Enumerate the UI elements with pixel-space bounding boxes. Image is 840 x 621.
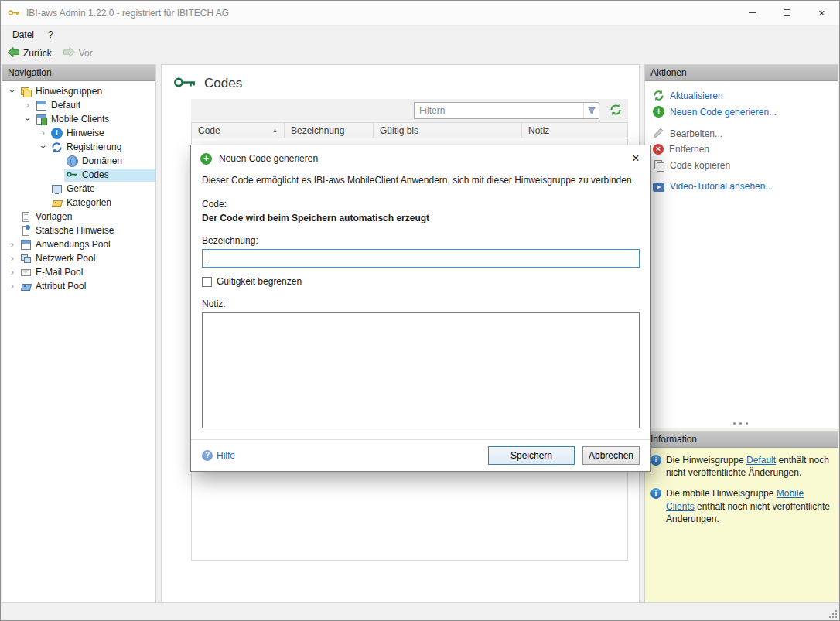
tree-item-codes[interactable]: Codes — [2, 168, 155, 182]
group-icon — [20, 86, 32, 97]
tree-item-label: Registrierung — [67, 142, 121, 152]
chevron-collapsed-icon[interactable] — [38, 128, 49, 138]
tree-item-hinweisgruppen[interactable]: Hinweisgruppen — [2, 84, 155, 98]
sort-ascending-icon: ▲ — [272, 128, 278, 133]
minimize-button[interactable] — [735, 1, 770, 25]
action-label: Code kopieren — [670, 160, 730, 171]
tree-item-label: Attribut Pool — [36, 281, 86, 292]
remove-icon — [653, 144, 664, 155]
tree-item-label: E-Mail Pool — [36, 267, 83, 278]
dialog-description: Dieser Code ermöglicht es IBI-aws Mobile… — [202, 175, 640, 186]
action-neuen-code-generieren[interactable]: Neuen Code generieren... — [653, 104, 838, 120]
tree-item-attribut-pool[interactable]: Attribut Pool — [2, 279, 155, 293]
chevron-expanded-icon[interactable] — [7, 86, 18, 97]
column-header-bezeichnung[interactable]: Bezeichnung — [285, 123, 374, 138]
tree-item-netzwerk-pool[interactable]: Netzwerk Pool — [2, 251, 155, 265]
info-item: Die mobile Hinweisgruppe Mobile Clients … — [650, 487, 832, 525]
key-icon — [173, 76, 196, 91]
tree-item-kategorien[interactable]: Kategorien — [2, 196, 155, 210]
tree-item-default[interactable]: Default — [2, 98, 155, 112]
attribute-pool-icon — [20, 281, 32, 292]
help-link[interactable]: Hilfe — [202, 450, 235, 461]
tree-item-label: Mobile Clients — [51, 114, 109, 125]
info-text: Die mobile Hinweisgruppe Mobile Clients … — [666, 487, 832, 525]
action-aktualisieren[interactable]: Aktualisieren — [653, 87, 838, 104]
action-label: Neuen Code generieren... — [670, 107, 777, 118]
tree-item-label: Statische Hinweise — [36, 225, 114, 236]
column-header-label: Bezeichnung — [291, 125, 344, 136]
back-button[interactable]: Zurück — [7, 46, 52, 60]
maximize-button[interactable] — [770, 1, 804, 25]
statusbar — [1, 602, 839, 620]
copy-icon — [653, 159, 664, 171]
dialog-close-button[interactable]: × — [624, 148, 647, 169]
bezeichnung-label: Bezeichnung: — [202, 235, 640, 247]
action-entfernen[interactable]: Entfernen — [653, 142, 838, 157]
action-video-tutorial[interactable]: Video-Tutorial ansehen... — [653, 179, 838, 194]
tree-item-vorlagen[interactable]: Vorlagen — [2, 210, 155, 223]
back-arrow-icon — [7, 46, 20, 60]
tree-item-mobile-clients[interactable]: Mobile Clients — [2, 112, 155, 126]
new-code-dialog: Neuen Code generieren × Dieser Code ermö… — [190, 145, 651, 472]
edit-icon — [653, 128, 664, 139]
save-button[interactable]: Speichern — [488, 446, 575, 465]
dialog-footer: Hilfe Speichern Abbrechen — [191, 439, 650, 471]
chevron-collapsed-icon[interactable] — [7, 253, 18, 264]
column-header-notiz[interactable]: Notiz — [522, 123, 627, 138]
action-code-kopieren[interactable]: Code kopieren — [653, 157, 838, 173]
refresh-icon — [653, 90, 664, 101]
filter-input[interactable] — [415, 103, 583, 118]
close-icon: × — [632, 152, 639, 165]
cancel-button[interactable]: Abbrechen — [582, 446, 640, 465]
action-label: Entfernen — [669, 144, 709, 155]
static-notices-icon — [20, 225, 32, 237]
tree-item-anwendungs-pool[interactable]: Anwendungs Pool — [2, 237, 155, 251]
tree-item-statische-hinweise[interactable]: Statische Hinweise — [2, 223, 155, 237]
tree-item-label: Hinweise — [67, 128, 104, 138]
refresh-icon — [610, 104, 622, 116]
domains-icon — [67, 155, 78, 167]
menu-item-datei[interactable]: Datei — [5, 27, 41, 43]
bezeichnung-input[interactable] — [202, 249, 640, 268]
notices-icon — [51, 128, 63, 139]
tree-item-domaenen[interactable]: Domänen — [2, 154, 155, 168]
close-button[interactable]: × — [804, 1, 839, 25]
panel-splitter-handle[interactable] — [733, 422, 750, 425]
chevron-collapsed-icon[interactable] — [7, 267, 18, 278]
code-label: Code: — [202, 199, 640, 210]
resize-grip[interactable] — [828, 609, 838, 619]
column-header-code[interactable]: Code▲ — [192, 123, 285, 138]
forward-button[interactable]: Vor — [63, 46, 93, 60]
page-title: Codes — [204, 76, 242, 91]
action-bearbeiten[interactable]: Bearbeiten... — [653, 125, 838, 142]
column-header-gueltig-bis[interactable]: Gültig bis — [374, 123, 522, 138]
refresh-button[interactable] — [610, 104, 622, 118]
app-icon — [8, 7, 20, 19]
email-pool-icon — [20, 267, 32, 278]
tree-item-label: Hinweisgruppen — [36, 86, 102, 97]
column-header-label: Notiz — [528, 125, 549, 136]
action-label: Video-Tutorial ansehen... — [670, 181, 773, 192]
help-icon — [202, 450, 213, 461]
info-link-default[interactable]: Default — [746, 455, 776, 466]
tree-item-label: Vorlagen — [36, 211, 72, 222]
tree-item-email-pool[interactable]: E-Mail Pool — [2, 265, 155, 279]
gueltigkeit-checkbox-row[interactable]: Gültigkeit begrenzen — [202, 275, 640, 288]
chevron-expanded-icon[interactable] — [22, 114, 33, 125]
tree-item-geraete[interactable]: Geräte — [2, 182, 155, 196]
filter-funnel-button[interactable] — [583, 103, 599, 118]
chevron-collapsed-icon[interactable] — [22, 100, 33, 111]
menu-item-help[interactable]: ? — [41, 27, 60, 43]
chevron-collapsed-icon[interactable] — [7, 239, 18, 250]
key-icon — [67, 169, 78, 181]
text-caret — [207, 252, 207, 264]
tree-item-hinweise[interactable]: Hinweise — [2, 126, 155, 140]
gueltigkeit-checkbox[interactable] — [202, 277, 212, 287]
notiz-textarea[interactable] — [202, 312, 640, 428]
chevron-collapsed-icon[interactable] — [7, 281, 18, 292]
tree-item-label: Domänen — [82, 155, 122, 166]
dialog-titlebar: Neuen Code generieren × — [191, 145, 650, 172]
add-icon — [653, 106, 664, 118]
chevron-expanded-icon[interactable] — [38, 142, 49, 152]
tree-item-registrierung[interactable]: Registrierung — [2, 140, 155, 154]
